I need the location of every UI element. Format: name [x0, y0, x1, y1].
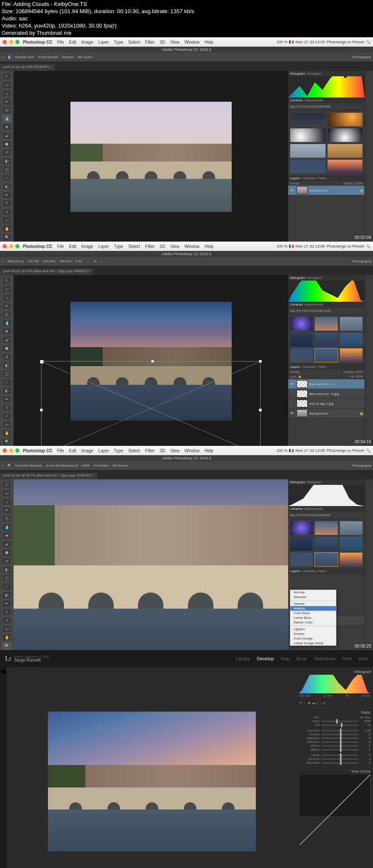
- lib-thumb[interactable]: [290, 332, 313, 347]
- crop-tool-icon[interactable]: ⊡: [299, 701, 302, 705]
- menu-window[interactable]: Window: [182, 244, 202, 249]
- transform-w[interactable]: 153.30%: [42, 259, 56, 263]
- canvas-area[interactable]: [14, 71, 288, 243]
- lib-thumb[interactable]: [290, 159, 326, 174]
- layers-tab[interactable]: Layers: [290, 569, 300, 573]
- canvas-area[interactable]: [14, 479, 288, 651]
- clarity-slider[interactable]: [321, 754, 359, 756]
- blend-screen[interactable]: Screen: [290, 632, 336, 636]
- blend-darken[interactable]: Darken: [290, 601, 336, 606]
- path-tool[interactable]: ↗: [2, 208, 11, 216]
- menu-type[interactable]: Type: [112, 448, 126, 453]
- basic-panel-title[interactable]: Basic: [299, 709, 370, 715]
- crop-tool[interactable]: ⊡: [2, 311, 11, 318]
- visibility-icon[interactable]: [289, 391, 295, 397]
- dodge-tool[interactable]: ◐: [2, 387, 11, 395]
- lib-thumb[interactable]: [339, 332, 363, 347]
- history-brush-tool[interactable]: ↺: [2, 149, 11, 156]
- menu-3d[interactable]: 3D: [157, 40, 167, 45]
- lib-thumb-selected[interactable]: [314, 552, 338, 567]
- lib-thumb[interactable]: [290, 144, 326, 158]
- stamp-tool[interactable]: ⬢: [2, 345, 11, 352]
- layer-sky-copy[interactable]: 👁 Blue and red - 3...: [288, 379, 365, 389]
- menu-file[interactable]: File: [55, 244, 66, 249]
- saturation-value[interactable]: 0: [360, 761, 370, 764]
- blend-color-burn[interactable]: Color Burn: [290, 611, 336, 615]
- channels-tab[interactable]: Channels: [302, 365, 316, 369]
- menu-edit[interactable]: Edit: [67, 244, 79, 249]
- menu-view[interactable]: View: [168, 448, 182, 453]
- move-tool[interactable]: ↖: [2, 72, 11, 80]
- canvas-area[interactable]: [14, 275, 288, 447]
- blend-color-dodge[interactable]: Color Dodge: [290, 636, 336, 641]
- layer-end-of-day[interactable]: end of day 1.jpg: [288, 399, 365, 409]
- temp-value[interactable]: 5050: [360, 720, 370, 723]
- search-icon[interactable]: 🔍: [366, 448, 370, 453]
- eyedropper-tool[interactable]: 💧: [2, 523, 11, 531]
- heal-tool[interactable]: ✚: [2, 328, 11, 335]
- dodge-tool[interactable]: ◐: [2, 183, 11, 190]
- home-icon[interactable]: ⌂: [2, 259, 4, 263]
- opt-100[interactable]: 100%: [81, 464, 90, 467]
- library-name[interactable]: Sky PS PHOTOGRAPHER: [288, 103, 365, 111]
- blur-tool[interactable]: ○: [2, 378, 11, 386]
- histogram-tab[interactable]: Histogram: [290, 72, 305, 75]
- lasso-tool[interactable]: ⟁: [2, 498, 11, 506]
- lib-thumb[interactable]: [290, 348, 313, 362]
- blend-mode-dropdown[interactable]: Normal Dissolve Darken Multiply Color Bu…: [290, 590, 337, 646]
- opacity-value[interactable]: 100%: [355, 182, 363, 185]
- transform-handle[interactable]: [259, 409, 262, 412]
- move-tool[interactable]: ↖: [2, 277, 11, 284]
- heal-tool[interactable]: ✚: [2, 532, 11, 540]
- eyedropper-tool[interactable]: 💧: [2, 319, 11, 327]
- tint-value[interactable]: +6: [360, 723, 370, 726]
- navigator-tab[interactable]: Navigator: [307, 480, 321, 484]
- histogram-title[interactable]: Histogram: [298, 669, 371, 675]
- menu-image[interactable]: Image: [79, 244, 95, 249]
- transform-y[interactable]: -612.00: [27, 259, 39, 263]
- document-tab[interactable]: pont-24.cr2 @ 56.7% (Blue and red - 3.jp…: [0, 473, 98, 479]
- whites-slider[interactable]: [321, 745, 359, 747]
- module-book[interactable]: Book: [297, 656, 307, 661]
- module-library[interactable]: Library: [236, 656, 250, 661]
- menu-select[interactable]: Select: [126, 40, 142, 45]
- home-icon[interactable]: ⌂: [2, 464, 4, 467]
- blend-mode-select[interactable]: Multiply: [290, 370, 300, 373]
- menu-filter[interactable]: Filter: [143, 244, 157, 249]
- fill-value[interactable]: 100%: [355, 375, 363, 378]
- redeye-tool-icon[interactable]: ◉: [308, 701, 311, 705]
- marquee-tool[interactable]: ▭: [2, 285, 11, 293]
- lib-thumb[interactable]: [290, 112, 326, 127]
- zoom-tool[interactable]: 🔍: [2, 234, 11, 241]
- layer-background[interactable]: 👁 Background 🔒: [288, 409, 365, 418]
- path-tool[interactable]: ↗: [2, 617, 11, 624]
- visibility-icon[interactable]: 👁: [289, 410, 295, 416]
- dodge-tool[interactable]: ◐: [2, 591, 11, 599]
- lib-thumb[interactable]: [339, 521, 363, 535]
- libraries-tab[interactable]: Libraries: [290, 303, 303, 306]
- gradient-tool[interactable]: ◫: [2, 166, 11, 173]
- crop-tool[interactable]: ⊡: [2, 515, 11, 523]
- channels-tab[interactable]: Channels: [302, 176, 316, 180]
- lock-icon[interactable]: 🔒: [359, 189, 364, 192]
- layer-thumbnail[interactable]: [297, 186, 308, 194]
- opt-fill-screen[interactable]: Fill Screen: [112, 464, 128, 467]
- shape-tool[interactable]: ▭: [2, 217, 11, 224]
- type-tool[interactable]: T: [2, 404, 11, 412]
- transform-x[interactable]: 3560.00 px: [7, 259, 24, 263]
- highlights-value[interactable]: 0: [360, 737, 370, 740]
- lib-thumb[interactable]: [339, 552, 363, 567]
- layers-tab[interactable]: Layers: [290, 176, 300, 180]
- gradient-tool[interactable]: ◫: [2, 574, 11, 582]
- search-icon[interactable]: 🔍: [366, 244, 370, 248]
- menu-window[interactable]: Window: [182, 448, 202, 453]
- contrast-value[interactable]: 0: [360, 733, 370, 736]
- layer-thumbnail[interactable]: [297, 409, 308, 417]
- lib-thumb[interactable]: [327, 144, 363, 158]
- menu-view[interactable]: View: [168, 40, 182, 45]
- pen-tool[interactable]: ✒: [2, 395, 11, 403]
- history-brush-tool[interactable]: ↺: [2, 557, 11, 565]
- blacks-slider[interactable]: [321, 749, 359, 751]
- menu-view[interactable]: View: [168, 244, 182, 249]
- menu-window[interactable]: Window: [182, 40, 202, 45]
